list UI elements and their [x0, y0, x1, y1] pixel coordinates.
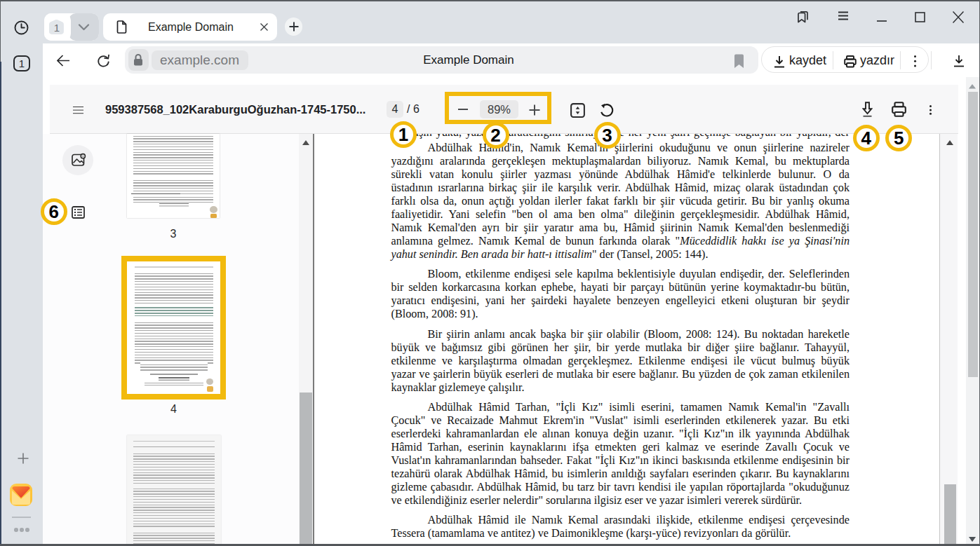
svg-text:1: 1 — [54, 22, 60, 34]
